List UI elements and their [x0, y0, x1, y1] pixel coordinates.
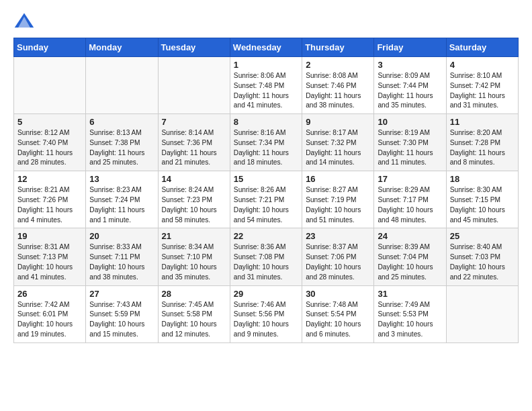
calendar-cell: 30Sunrise: 7:48 AM Sunset: 5:54 PM Dayli… — [302, 285, 374, 342]
day-number: 13 — [89, 174, 154, 184]
day-info: Sunrise: 8:13 AM Sunset: 7:38 PM Dayligh… — [89, 128, 154, 168]
day-number: 4 — [450, 60, 515, 70]
day-info: Sunrise: 8:30 AM Sunset: 7:15 PM Dayligh… — [450, 185, 515, 225]
day-info: Sunrise: 8:09 AM Sunset: 7:44 PM Dayligh… — [378, 71, 442, 111]
calendar-cell: 8Sunrise: 8:16 AM Sunset: 7:34 PM Daylig… — [230, 114, 302, 171]
day-info: Sunrise: 7:46 AM Sunset: 5:56 PM Dayligh… — [234, 300, 298, 340]
day-number: 5 — [17, 117, 82, 127]
calendar-cell: 10Sunrise: 8:19 AM Sunset: 7:30 PM Dayli… — [374, 114, 446, 171]
calendar-cell: 9Sunrise: 8:17 AM Sunset: 7:32 PM Daylig… — [302, 114, 374, 171]
calendar-cell — [86, 57, 158, 114]
day-number: 23 — [306, 231, 370, 241]
calendar-cell: 2Sunrise: 8:08 AM Sunset: 7:46 PM Daylig… — [302, 57, 374, 114]
calendar-cell: 21Sunrise: 8:34 AM Sunset: 7:10 PM Dayli… — [158, 228, 230, 285]
col-header-thursday: Thursday — [302, 38, 374, 57]
calendar-table: SundayMondayTuesdayWednesdayThursdayFrid… — [13, 38, 519, 343]
day-info: Sunrise: 8:34 AM Sunset: 7:10 PM Dayligh… — [162, 242, 226, 282]
day-number: 7 — [162, 117, 226, 127]
header — [13, 11, 519, 32]
logo — [13, 11, 38, 32]
col-header-wednesday: Wednesday — [230, 38, 302, 57]
day-info: Sunrise: 8:10 AM Sunset: 7:42 PM Dayligh… — [450, 71, 515, 111]
day-info: Sunrise: 8:37 AM Sunset: 7:06 PM Dayligh… — [306, 242, 370, 282]
day-number: 28 — [162, 289, 226, 299]
day-number: 16 — [306, 174, 370, 184]
calendar-cell: 4Sunrise: 8:10 AM Sunset: 7:42 PM Daylig… — [446, 57, 518, 114]
day-info: Sunrise: 7:48 AM Sunset: 5:54 PM Dayligh… — [306, 300, 370, 340]
calendar-cell: 24Sunrise: 8:39 AM Sunset: 7:04 PM Dayli… — [374, 228, 446, 285]
day-number: 15 — [234, 174, 298, 184]
calendar-cell: 11Sunrise: 8:20 AM Sunset: 7:28 PM Dayli… — [446, 114, 518, 171]
day-info: Sunrise: 8:26 AM Sunset: 7:21 PM Dayligh… — [234, 185, 298, 225]
day-number: 8 — [234, 117, 298, 127]
day-number: 25 — [450, 231, 515, 241]
calendar-cell: 12Sunrise: 8:21 AM Sunset: 7:26 PM Dayli… — [14, 171, 86, 228]
day-info: Sunrise: 8:27 AM Sunset: 7:19 PM Dayligh… — [306, 185, 370, 225]
day-info: Sunrise: 7:43 AM Sunset: 5:59 PM Dayligh… — [89, 300, 154, 340]
calendar-cell: 7Sunrise: 8:14 AM Sunset: 7:36 PM Daylig… — [158, 114, 230, 171]
day-info: Sunrise: 8:40 AM Sunset: 7:03 PM Dayligh… — [450, 242, 515, 282]
calendar-cell: 14Sunrise: 8:24 AM Sunset: 7:23 PM Dayli… — [158, 171, 230, 228]
col-header-saturday: Saturday — [446, 38, 518, 57]
col-header-friday: Friday — [374, 38, 446, 57]
calendar-cell — [446, 285, 518, 342]
day-info: Sunrise: 8:14 AM Sunset: 7:36 PM Dayligh… — [162, 128, 226, 168]
calendar-cell: 17Sunrise: 8:29 AM Sunset: 7:17 PM Dayli… — [374, 171, 446, 228]
calendar-week-1: 1Sunrise: 8:06 AM Sunset: 7:48 PM Daylig… — [14, 57, 519, 114]
calendar-week-5: 26Sunrise: 7:42 AM Sunset: 6:01 PM Dayli… — [14, 285, 519, 342]
calendar-cell: 19Sunrise: 8:31 AM Sunset: 7:13 PM Dayli… — [14, 228, 86, 285]
day-number: 10 — [378, 117, 442, 127]
day-number: 2 — [306, 60, 370, 70]
col-header-monday: Monday — [86, 38, 158, 57]
calendar-cell: 25Sunrise: 8:40 AM Sunset: 7:03 PM Dayli… — [446, 228, 518, 285]
day-info: Sunrise: 8:31 AM Sunset: 7:13 PM Dayligh… — [17, 242, 82, 282]
calendar-cell: 5Sunrise: 8:12 AM Sunset: 7:40 PM Daylig… — [14, 114, 86, 171]
day-info: Sunrise: 8:29 AM Sunset: 7:17 PM Dayligh… — [378, 185, 442, 225]
day-number: 30 — [306, 289, 370, 299]
calendar-week-3: 12Sunrise: 8:21 AM Sunset: 7:26 PM Dayli… — [14, 171, 519, 228]
calendar-header-row: SundayMondayTuesdayWednesdayThursdayFrid… — [14, 38, 519, 57]
day-info: Sunrise: 8:20 AM Sunset: 7:28 PM Dayligh… — [450, 128, 515, 168]
calendar-week-4: 19Sunrise: 8:31 AM Sunset: 7:13 PM Dayli… — [14, 228, 519, 285]
day-number: 11 — [450, 117, 515, 127]
day-info: Sunrise: 8:33 AM Sunset: 7:11 PM Dayligh… — [89, 242, 154, 282]
calendar-cell: 22Sunrise: 8:36 AM Sunset: 7:08 PM Dayli… — [230, 228, 302, 285]
day-number: 18 — [450, 174, 515, 184]
calendar-week-2: 5Sunrise: 8:12 AM Sunset: 7:40 PM Daylig… — [14, 114, 519, 171]
day-number: 20 — [89, 231, 154, 241]
day-number: 21 — [162, 231, 226, 241]
calendar-cell: 6Sunrise: 8:13 AM Sunset: 7:38 PM Daylig… — [86, 114, 158, 171]
calendar-cell: 31Sunrise: 7:49 AM Sunset: 5:53 PM Dayli… — [374, 285, 446, 342]
calendar-cell — [14, 57, 86, 114]
day-info: Sunrise: 8:24 AM Sunset: 7:23 PM Dayligh… — [162, 185, 226, 225]
calendar-cell: 18Sunrise: 8:30 AM Sunset: 7:15 PM Dayli… — [446, 171, 518, 228]
calendar-cell: 20Sunrise: 8:33 AM Sunset: 7:11 PM Dayli… — [86, 228, 158, 285]
page: SundayMondayTuesdayWednesdayThursdayFrid… — [0, 0, 532, 411]
day-number: 22 — [234, 231, 298, 241]
logo-icon — [13, 11, 35, 32]
day-info: Sunrise: 8:16 AM Sunset: 7:34 PM Dayligh… — [234, 128, 298, 168]
calendar-cell: 27Sunrise: 7:43 AM Sunset: 5:59 PM Dayli… — [86, 285, 158, 342]
day-number: 6 — [89, 117, 154, 127]
day-number: 26 — [17, 289, 82, 299]
day-info: Sunrise: 8:08 AM Sunset: 7:46 PM Dayligh… — [306, 71, 370, 111]
day-info: Sunrise: 7:42 AM Sunset: 6:01 PM Dayligh… — [17, 300, 82, 340]
day-info: Sunrise: 8:17 AM Sunset: 7:32 PM Dayligh… — [306, 128, 370, 168]
calendar-cell: 26Sunrise: 7:42 AM Sunset: 6:01 PM Dayli… — [14, 285, 86, 342]
day-number: 29 — [234, 289, 298, 299]
day-info: Sunrise: 7:49 AM Sunset: 5:53 PM Dayligh… — [378, 300, 442, 340]
day-info: Sunrise: 8:36 AM Sunset: 7:08 PM Dayligh… — [234, 242, 298, 282]
calendar-cell: 13Sunrise: 8:23 AM Sunset: 7:24 PM Dayli… — [86, 171, 158, 228]
calendar-cell: 3Sunrise: 8:09 AM Sunset: 7:44 PM Daylig… — [374, 57, 446, 114]
day-number: 31 — [378, 289, 442, 299]
calendar-cell: 29Sunrise: 7:46 AM Sunset: 5:56 PM Dayli… — [230, 285, 302, 342]
col-header-sunday: Sunday — [14, 38, 86, 57]
calendar-cell: 16Sunrise: 8:27 AM Sunset: 7:19 PM Dayli… — [302, 171, 374, 228]
day-info: Sunrise: 8:06 AM Sunset: 7:48 PM Dayligh… — [234, 71, 298, 111]
day-number: 12 — [17, 174, 82, 184]
day-number: 17 — [378, 174, 442, 184]
day-info: Sunrise: 8:21 AM Sunset: 7:26 PM Dayligh… — [17, 185, 82, 225]
day-info: Sunrise: 8:19 AM Sunset: 7:30 PM Dayligh… — [378, 128, 442, 168]
day-number: 9 — [306, 117, 370, 127]
day-info: Sunrise: 8:39 AM Sunset: 7:04 PM Dayligh… — [378, 242, 442, 282]
